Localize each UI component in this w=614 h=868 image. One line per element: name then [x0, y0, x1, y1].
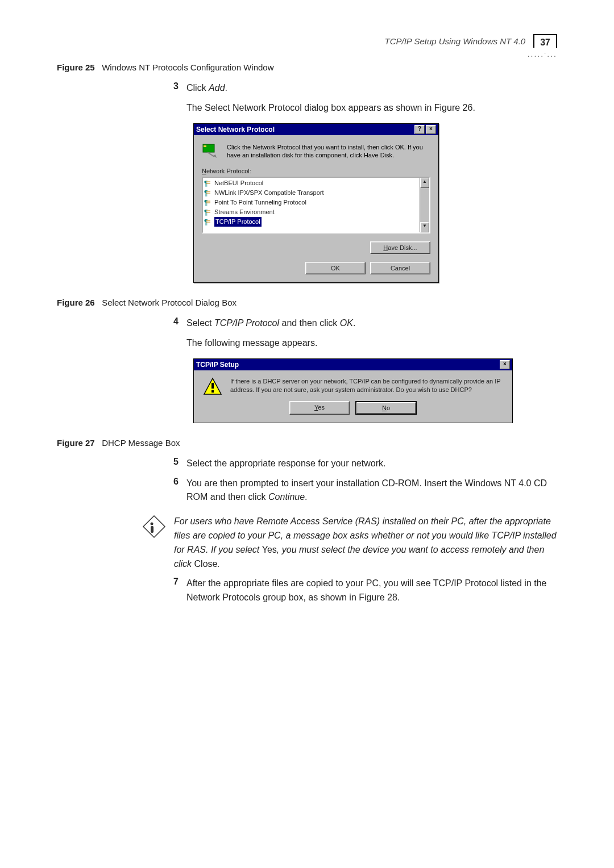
step-6-text: You are then prompted to insert your ins… [186, 477, 557, 505]
figure-25-text: Windows NT Protocols Configuration Windo… [102, 62, 273, 72]
step-6-number: 6 [168, 477, 179, 505]
svg-rect-8 [211, 383, 214, 389]
tcpip-setup-dialog: TCP/IP Setup × If there is a DHCP server… [193, 358, 513, 423]
close-button[interactable]: × [500, 360, 510, 369]
dialog-title: Select Network Protocol [196, 126, 275, 133]
network-protocol-label: Network Protocol: [202, 168, 430, 174]
select-network-protocol-dialog: Select Network Protocol ? × [193, 123, 439, 283]
no-button[interactable]: No [355, 401, 417, 415]
step-7-number: 7 [168, 577, 179, 605]
figure-26-text: Select Network Protocol Dialog Box [102, 298, 237, 307]
list-item-selected[interactable]: ¶ TCP/IP Protocol [203, 217, 420, 227]
cancel-button[interactable]: Cancel [370, 262, 430, 274]
step-5-number: 5 [168, 457, 179, 471]
figure-25-caption: Figure 25 Windows NT Protocols Configura… [57, 62, 557, 72]
scroll-down-button[interactable]: ▼ [420, 222, 429, 232]
figure-27-label: Figure 27 [57, 438, 95, 448]
list-item[interactable]: ¶ Streams Environment [203, 207, 420, 217]
list-item[interactable]: ¶ Point To Point Tunneling Protocol [203, 198, 420, 207]
step-3-follow: The Select Network Protocol dialog box a… [186, 101, 557, 115]
protocol-icon: ¶ [204, 189, 212, 197]
figure-26-label: Figure 26 [57, 298, 95, 307]
header-section-title: TCP/IP Setup Using Windows NT 4.0 [384, 36, 525, 46]
step-5-text: Select the appropriate response for your… [186, 457, 557, 471]
svg-rect-1 [204, 145, 206, 147]
scrollbar[interactable]: ▲ ▼ [420, 178, 429, 232]
figure-27-caption: Figure 27 DHCP Message Box [57, 438, 557, 448]
dialog-intro-text: Click the Network Protocol that you want… [227, 143, 430, 160]
protocol-icon: ¶ [204, 208, 212, 216]
page-number: 37 [533, 34, 557, 48]
step-4-number: 4 [168, 316, 179, 331]
ok-button[interactable]: OK [305, 262, 366, 274]
have-disk-button[interactable]: Have Disk... [370, 241, 430, 254]
step-7-text: After the appropriate files are copied t… [186, 577, 557, 605]
step-4-text: Select TCP/IP Protocol and then click OK… [186, 316, 557, 331]
step-3-number: 3 [168, 81, 179, 95]
figure-26-caption: Figure 26 Select Network Protocol Dialog… [57, 298, 557, 307]
help-button[interactable]: ? [414, 125, 425, 134]
svg-rect-12 [151, 526, 154, 533]
decorative-dots: ········· [528, 49, 557, 60]
step-4-follow: The following message appears. [186, 336, 557, 350]
yes-button[interactable]: Yes [289, 401, 350, 415]
figure-27-text: DHCP Message Box [102, 438, 180, 448]
protocol-icon: ¶ [204, 218, 212, 226]
close-button[interactable]: × [426, 125, 436, 134]
warning-icon [203, 377, 222, 397]
list-item[interactable]: ¶ NWLink IPX/SPX Compatible Transport [203, 188, 420, 198]
svg-marker-10 [143, 516, 165, 537]
info-icon [142, 515, 166, 539]
protocol-icon: ¶ [204, 180, 212, 187]
msgbox-text: If there is a DHCP server on your networ… [230, 377, 503, 397]
list-item[interactable]: ¶ NetBEUI Protocol [203, 178, 420, 188]
scroll-up-button[interactable]: ▲ [420, 178, 429, 188]
svg-rect-9 [211, 390, 214, 393]
protocol-listbox[interactable]: ¶ NetBEUI Protocol ¶ NWLink IPX/SPX Comp… [202, 177, 430, 233]
msgbox-title: TCP/IP Setup [196, 361, 239, 369]
info-note: For users who have Remote Access Service… [174, 515, 557, 571]
svg-point-11 [151, 523, 154, 525]
step-3-text: Click Add. [186, 81, 557, 95]
protocol-icon: ¶ [204, 199, 212, 207]
network-card-icon [202, 143, 221, 159]
figure-25-label: Figure 25 [57, 62, 95, 72]
